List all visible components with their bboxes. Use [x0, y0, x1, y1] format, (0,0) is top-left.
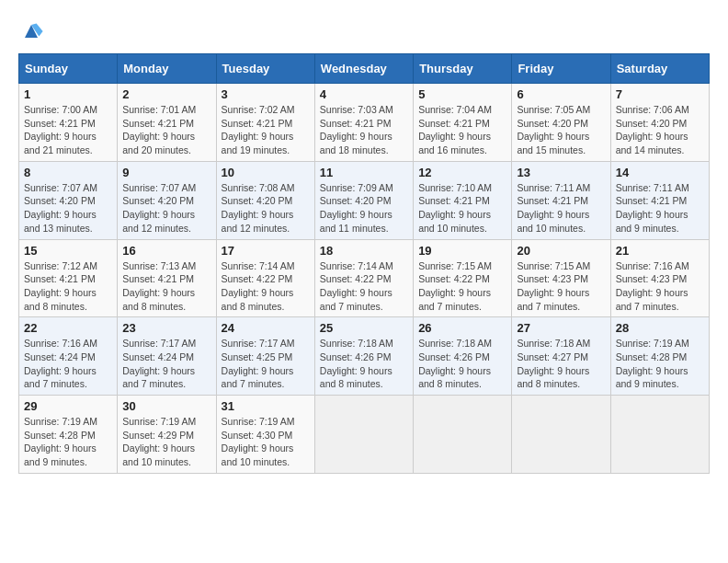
day-number: 2: [122, 87, 210, 101]
day-number: 18: [320, 244, 408, 258]
day-detail: Sunrise: 7:02 AMSunset: 4:21 PMDaylight:…: [222, 104, 295, 155]
calendar-cell: 21 Sunrise: 7:16 AMSunset: 4:23 PMDaylig…: [610, 239, 709, 317]
calendar-cell: 5 Sunrise: 7:04 AMSunset: 4:21 PMDayligh…: [414, 84, 512, 162]
day-detail: Sunrise: 7:15 AMSunset: 4:23 PMDaylight:…: [517, 260, 590, 312]
day-header-friday: Friday: [512, 54, 610, 84]
calendar-cell: 16 Sunrise: 7:13 AMSunset: 4:21 PMDaylig…: [118, 239, 216, 317]
day-number: 5: [418, 87, 506, 101]
calendar-cell: [610, 396, 709, 474]
calendar-cell: 1 Sunrise: 7:00 AMSunset: 4:21 PMDayligh…: [19, 84, 118, 162]
day-detail: Sunrise: 7:00 AMSunset: 4:21 PMDaylight:…: [24, 104, 97, 155]
day-number: 31: [222, 399, 310, 413]
calendar-cell: 27 Sunrise: 7:18 AMSunset: 4:27 PMDaylig…: [512, 317, 610, 396]
day-number: 12: [418, 166, 506, 179]
day-number: 27: [517, 321, 605, 335]
day-detail: Sunrise: 7:03 AMSunset: 4:21 PMDaylight:…: [320, 104, 393, 155]
day-number: 30: [122, 399, 210, 413]
day-detail: Sunrise: 7:14 AMSunset: 4:22 PMDaylight:…: [222, 260, 295, 312]
day-detail: Sunrise: 7:19 AMSunset: 4:30 PMDaylight:…: [222, 416, 295, 467]
calendar-cell: 2 Sunrise: 7:01 AMSunset: 4:21 PMDayligh…: [118, 84, 216, 162]
day-detail: Sunrise: 7:07 AMSunset: 4:20 PMDaylight:…: [122, 182, 196, 234]
day-detail: Sunrise: 7:17 AMSunset: 4:24 PMDaylight:…: [122, 338, 196, 389]
day-detail: Sunrise: 7:19 AMSunset: 4:29 PMDaylight:…: [122, 416, 196, 467]
day-header-tuesday: Tuesday: [216, 54, 314, 84]
calendar-cell: 4 Sunrise: 7:03 AMSunset: 4:21 PMDayligh…: [314, 84, 413, 162]
day-detail: Sunrise: 7:16 AMSunset: 4:23 PMDaylight:…: [616, 260, 689, 312]
calendar-cell: 7 Sunrise: 7:06 AMSunset: 4:20 PMDayligh…: [610, 84, 709, 162]
day-number: 29: [24, 399, 112, 413]
calendar-cell: 29 Sunrise: 7:19 AMSunset: 4:28 PMDaylig…: [19, 396, 118, 474]
calendar-cell: 14 Sunrise: 7:11 AMSunset: 4:21 PMDaylig…: [610, 161, 709, 239]
calendar-cell: 23 Sunrise: 7:17 AMSunset: 4:24 PMDaylig…: [118, 317, 216, 396]
calendar-cell: [314, 396, 413, 474]
day-detail: Sunrise: 7:18 AMSunset: 4:26 PMDaylight:…: [320, 338, 393, 389]
calendar-cell: [414, 396, 512, 474]
calendar-cell: 3 Sunrise: 7:02 AMSunset: 4:21 PMDayligh…: [216, 84, 314, 162]
day-detail: Sunrise: 7:18 AMSunset: 4:26 PMDaylight:…: [418, 338, 492, 389]
day-header-sunday: Sunday: [19, 54, 118, 84]
calendar-week-row: 8 Sunrise: 7:07 AMSunset: 4:20 PMDayligh…: [19, 161, 710, 239]
day-detail: Sunrise: 7:19 AMSunset: 4:28 PMDaylight:…: [616, 338, 689, 389]
day-detail: Sunrise: 7:05 AMSunset: 4:20 PMDaylight:…: [517, 104, 590, 155]
day-detail: Sunrise: 7:09 AMSunset: 4:20 PMDaylight:…: [320, 182, 393, 234]
calendar-week-row: 22 Sunrise: 7:16 AMSunset: 4:24 PMDaylig…: [19, 317, 710, 396]
calendar-cell: [512, 396, 610, 474]
day-number: 28: [616, 321, 704, 335]
day-number: 8: [24, 166, 112, 179]
calendar-cell: 24 Sunrise: 7:17 AMSunset: 4:25 PMDaylig…: [216, 317, 314, 396]
calendar-week-row: 29 Sunrise: 7:19 AMSunset: 4:28 PMDaylig…: [19, 396, 710, 474]
calendar-cell: 31 Sunrise: 7:19 AMSunset: 4:30 PMDaylig…: [216, 396, 314, 474]
day-detail: Sunrise: 7:01 AMSunset: 4:21 PMDaylight:…: [122, 104, 196, 155]
day-number: 20: [517, 244, 605, 258]
day-detail: Sunrise: 7:15 AMSunset: 4:22 PMDaylight:…: [418, 260, 492, 312]
calendar-cell: 28 Sunrise: 7:19 AMSunset: 4:28 PMDaylig…: [610, 317, 709, 396]
calendar-cell: 15 Sunrise: 7:12 AMSunset: 4:21 PMDaylig…: [19, 239, 118, 317]
logo: [18, 18, 48, 44]
day-detail: Sunrise: 7:10 AMSunset: 4:21 PMDaylight:…: [418, 182, 492, 234]
day-detail: Sunrise: 7:07 AMSunset: 4:20 PMDaylight:…: [24, 182, 97, 234]
day-number: 23: [122, 321, 210, 335]
calendar-body: 1 Sunrise: 7:00 AMSunset: 4:21 PMDayligh…: [19, 84, 710, 474]
day-number: 9: [122, 166, 210, 179]
day-detail: Sunrise: 7:19 AMSunset: 4:28 PMDaylight:…: [24, 416, 97, 467]
day-detail: Sunrise: 7:14 AMSunset: 4:22 PMDaylight:…: [320, 260, 393, 312]
day-number: 17: [222, 244, 310, 258]
calendar-cell: 10 Sunrise: 7:08 AMSunset: 4:20 PMDaylig…: [216, 161, 314, 239]
day-number: 24: [222, 321, 310, 335]
calendar-week-row: 1 Sunrise: 7:00 AMSunset: 4:21 PMDayligh…: [19, 84, 710, 162]
calendar-cell: 6 Sunrise: 7:05 AMSunset: 4:20 PMDayligh…: [512, 84, 610, 162]
day-number: 19: [418, 244, 506, 258]
day-number: 15: [24, 244, 112, 258]
calendar-cell: 30 Sunrise: 7:19 AMSunset: 4:29 PMDaylig…: [118, 396, 216, 474]
day-detail: Sunrise: 7:16 AMSunset: 4:24 PMDaylight:…: [24, 338, 97, 389]
calendar-cell: 13 Sunrise: 7:11 AMSunset: 4:21 PMDaylig…: [512, 161, 610, 239]
day-header-thursday: Thursday: [414, 54, 512, 84]
calendar-cell: 22 Sunrise: 7:16 AMSunset: 4:24 PMDaylig…: [19, 317, 118, 396]
calendar-cell: 20 Sunrise: 7:15 AMSunset: 4:23 PMDaylig…: [512, 239, 610, 317]
day-header-monday: Monday: [118, 54, 216, 84]
day-detail: Sunrise: 7:11 AMSunset: 4:21 PMDaylight:…: [517, 182, 590, 234]
day-number: 22: [24, 321, 112, 335]
calendar-cell: 17 Sunrise: 7:14 AMSunset: 4:22 PMDaylig…: [216, 239, 314, 317]
calendar-cell: 11 Sunrise: 7:09 AMSunset: 4:20 PMDaylig…: [314, 161, 413, 239]
calendar-cell: 19 Sunrise: 7:15 AMSunset: 4:22 PMDaylig…: [414, 239, 512, 317]
day-header-wednesday: Wednesday: [314, 54, 413, 84]
day-number: 4: [320, 87, 408, 101]
day-detail: Sunrise: 7:13 AMSunset: 4:21 PMDaylight:…: [122, 260, 196, 312]
day-detail: Sunrise: 7:08 AMSunset: 4:20 PMDaylight:…: [222, 182, 295, 234]
day-number: 1: [24, 87, 112, 101]
day-number: 26: [418, 321, 506, 335]
day-detail: Sunrise: 7:18 AMSunset: 4:27 PMDaylight:…: [517, 338, 590, 389]
day-detail: Sunrise: 7:06 AMSunset: 4:20 PMDaylight:…: [616, 104, 689, 155]
calendar-cell: 9 Sunrise: 7:07 AMSunset: 4:20 PMDayligh…: [118, 161, 216, 239]
day-number: 10: [222, 166, 310, 179]
day-number: 7: [616, 87, 704, 101]
day-detail: Sunrise: 7:04 AMSunset: 4:21 PMDaylight:…: [418, 104, 492, 155]
day-detail: Sunrise: 7:11 AMSunset: 4:21 PMDaylight:…: [616, 182, 689, 234]
calendar-cell: 25 Sunrise: 7:18 AMSunset: 4:26 PMDaylig…: [314, 317, 413, 396]
day-header-saturday: Saturday: [610, 54, 709, 84]
day-number: 13: [517, 166, 605, 179]
calendar-cell: 12 Sunrise: 7:10 AMSunset: 4:21 PMDaylig…: [414, 161, 512, 239]
calendar-cell: 18 Sunrise: 7:14 AMSunset: 4:22 PMDaylig…: [314, 239, 413, 317]
logo-icon: [18, 18, 44, 44]
